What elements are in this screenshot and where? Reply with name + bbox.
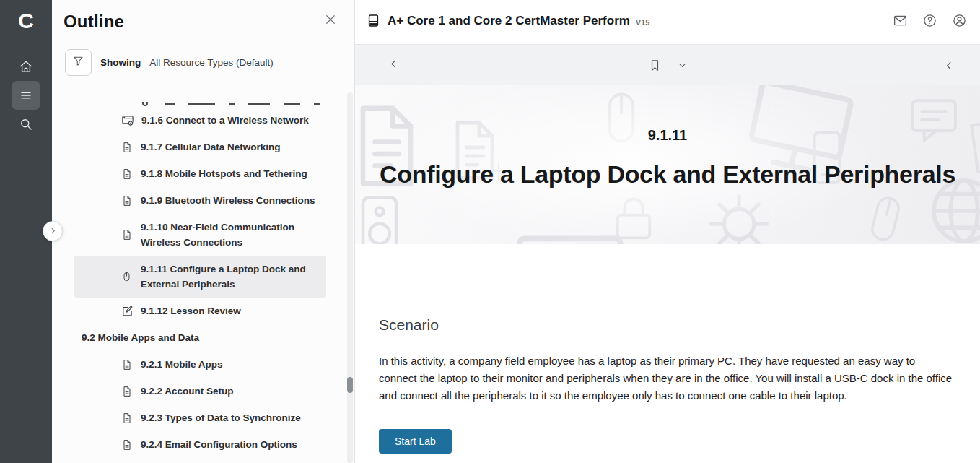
mouse-icon [121,270,134,283]
home-icon [12,52,40,81]
outline-item-label: 9.2.4 Email Configuration Options [141,437,297,452]
course-version: V15 [636,18,650,27]
scenario-heading: Scenario [379,316,980,334]
outline-item[interactable]: 9.2.4 Email Configuration Options [74,431,326,458]
outline-item-label: 9.1.10 Near-Field Communication Wireless… [141,220,319,250]
rail-nav [0,52,52,139]
outline-scrollbar[interactable] [347,92,353,463]
outline-item[interactable]: 9.1.6 Connect to a Wireless Network [74,107,326,134]
lesson-number: 9.1.11 [355,127,980,144]
filter-button[interactable] [65,49,92,76]
outline-item[interactable]: 9.2.1 Mobile Apps [74,351,326,378]
lesson-hero-banner: 9.1.11 Configure a Laptop Dock and Exter… [355,85,980,244]
outline-item[interactable]: 9.1.12 Lesson Review [74,298,326,324]
outline-item-label: 9.2 Mobile Apps and Data [82,330,199,345]
lab-icon [121,114,134,127]
outline-item-label: 9.1.9 Bluetooth Wireless Connections [141,193,315,208]
bookmark-icon[interactable] [648,58,662,73]
book-icon [367,14,380,27]
outline-panel: Outline Showing All Resource Types (Defa… [52,0,355,463]
chevron-right-icon [49,225,57,238]
back-button[interactable] [388,59,399,72]
course-title: A+ Core 1 and Core 2 CertMaster Perform [388,14,630,28]
lesson-title: Configure a Laptop Dock and External Per… [355,160,980,189]
doc-icon [121,438,134,451]
doc-icon [121,358,134,371]
account-icon[interactable] [952,13,967,28]
lesson-toolbar [355,45,980,85]
sidebar-item-outline[interactable] [0,81,52,110]
main-area: A+ Core 1 and Core 2 CertMaster Perform … [355,0,980,463]
doc-icon [121,194,134,207]
doc-icon [121,168,134,181]
outline-item[interactable]: 9.1.10 Near-Field Communication Wireless… [74,214,326,256]
outline-item-partial [74,96,326,107]
doc-icon [121,228,134,241]
doc-icon [121,141,134,154]
scenario-text: In this activity, a company field employ… [379,352,955,404]
outline-item[interactable]: 9.2.2 Account Setup [74,378,326,404]
outline-item-label: 9.1.8 Mobile Hotspots and Tethering [141,166,307,181]
filter-icon [72,55,84,70]
forward-button[interactable] [942,59,953,72]
search-icon [12,110,40,139]
chevron-left-icon [388,59,399,72]
doc-icon [121,412,134,425]
outline-item-label: 9.1.6 Connect to a Wireless Network [141,113,309,128]
chevron-down-icon[interactable] [678,61,687,70]
outline-item-label: 9.1.7 Cellular Data Networking [141,139,281,155]
menu-icon [12,81,40,110]
mail-icon[interactable] [893,13,908,28]
outline-item-label: 9.2.1 Mobile Apps [141,357,223,372]
lesson-content: Scenario In this activity, a company fie… [355,244,980,454]
help-icon[interactable] [922,13,937,28]
outline-item[interactable]: 9.2.3 Types of Data to Synchronize [74,404,326,431]
outline-item-label: 9.2.2 Account Setup [141,384,234,399]
edit-icon [121,305,134,317]
outline-title: Outline [64,12,124,32]
panel-collapse-button[interactable] [43,221,63,241]
doc-icon [121,385,134,398]
course-header: A+ Core 1 and Core 2 CertMaster Perform … [355,0,980,45]
chevron-right-icon [942,59,953,72]
filter-showing-label: Showing [100,57,141,68]
app-window: C Outline [0,0,980,463]
outline-item[interactable]: 9.1.8 Mobile Hotspots and Tethering [74,160,326,187]
outline-item[interactable]: 9.1.11 Configure a Laptop Dock and Exter… [74,256,326,298]
comptia-logo: C [0,0,52,42]
outline-item[interactable]: 9.1.7 Cellular Data Networking [74,134,326,160]
outline-item-label: 9.1.12 Lesson Review [141,303,241,319]
sidebar-item-search[interactable] [0,110,52,139]
outline-section[interactable]: 9.2 Mobile Apps and Data [74,324,326,351]
outline-item-label: 9.1.11 Configure a Laptop Dock and Exter… [141,261,319,292]
sidebar-item-home[interactable] [0,52,52,81]
outline-item-label: 9.2.3 Types of Data to Synchronize [141,410,301,425]
outline-list: 9.1.6 Connect to a Wireless Network9.1.7… [52,90,336,463]
filter-value[interactable]: All Resource Types (Default) [149,57,274,68]
outline-item[interactable]: 9.1.9 Bluetooth Wireless Connections [74,187,326,214]
start-lab-button[interactable]: Start Lab [379,429,452,454]
outline-scrollbar-thumb[interactable] [347,377,353,393]
close-icon[interactable] [324,13,337,29]
